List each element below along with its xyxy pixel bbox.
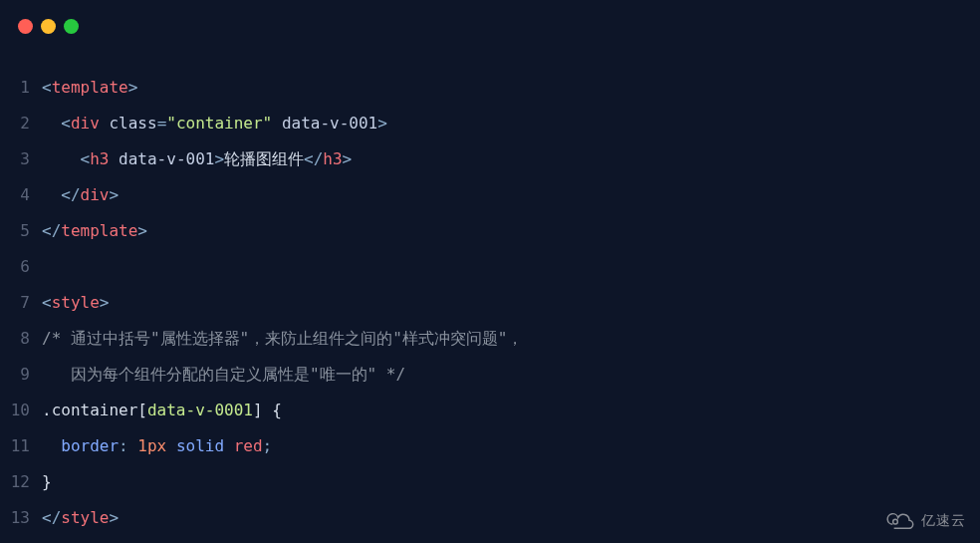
code-line: 2 <div class="container" data-v-001> — [0, 106, 980, 141]
code-line: 9 因为每个组件分配的自定义属性是"唯一的" */ — [0, 357, 980, 393]
code-line: 11 border: 1px solid red; — [0, 428, 980, 464]
code-content[interactable]: .container[data-v-0001] { — [42, 393, 282, 428]
code-content[interactable]: border: 1px solid red; — [42, 428, 272, 464]
line-number: 6 — [0, 249, 42, 285]
svg-point-0 — [893, 519, 898, 524]
code-line: 8/* 通过中括号"属性选择器"，来防止组件之间的"样式冲突问题"， — [0, 321, 980, 357]
code-editor-window: 1<template>2 <div class="container" data… — [0, 0, 980, 543]
line-number: 2 — [0, 106, 42, 141]
code-line: 13</style> — [0, 500, 980, 536]
close-icon[interactable] — [18, 19, 33, 34]
line-number: 12 — [0, 464, 42, 500]
watermark-text: 亿速云 — [921, 512, 966, 530]
code-content[interactable]: } — [42, 464, 52, 500]
cloud-icon — [883, 509, 915, 533]
code-line: 10.container[data-v-0001] { — [0, 393, 980, 428]
line-number: 5 — [0, 213, 42, 249]
code-line: 12} — [0, 464, 980, 500]
line-number: 1 — [0, 70, 42, 106]
watermark: 亿速云 — [883, 509, 966, 533]
line-number: 11 — [0, 428, 42, 464]
code-content[interactable]: <template> — [42, 70, 137, 106]
line-number: 3 — [0, 141, 42, 177]
code-line: 7<style> — [0, 285, 980, 321]
code-content[interactable]: <style> — [42, 285, 109, 321]
code-editor[interactable]: 1<template>2 <div class="container" data… — [0, 52, 980, 536]
zoom-icon[interactable] — [64, 19, 79, 34]
code-line: 3 <h3 data-v-001>轮播图组件</h3> — [0, 141, 980, 177]
window-titlebar — [0, 0, 980, 52]
line-number: 10 — [0, 393, 42, 428]
line-number: 7 — [0, 285, 42, 321]
code-content[interactable]: </template> — [42, 213, 147, 249]
code-line: 1<template> — [0, 70, 980, 106]
code-line: 6 — [0, 249, 980, 285]
code-content[interactable]: /* 通过中括号"属性选择器"，来防止组件之间的"样式冲突问题"， — [42, 321, 523, 357]
code-content[interactable]: </div> — [42, 177, 119, 213]
code-content[interactable]: </style> — [42, 500, 119, 536]
code-line: 4 </div> — [0, 177, 980, 213]
line-number: 4 — [0, 177, 42, 213]
line-number: 8 — [0, 321, 42, 357]
minimize-icon[interactable] — [41, 19, 56, 34]
line-number: 9 — [0, 357, 42, 393]
code-content[interactable]: 因为每个组件分配的自定义属性是"唯一的" */ — [42, 357, 405, 393]
line-number: 13 — [0, 500, 42, 536]
code-line: 5</template> — [0, 213, 980, 249]
code-content[interactable]: <div class="container" data-v-001> — [42, 106, 387, 141]
code-content[interactable]: <h3 data-v-001>轮播图组件</h3> — [42, 141, 352, 177]
